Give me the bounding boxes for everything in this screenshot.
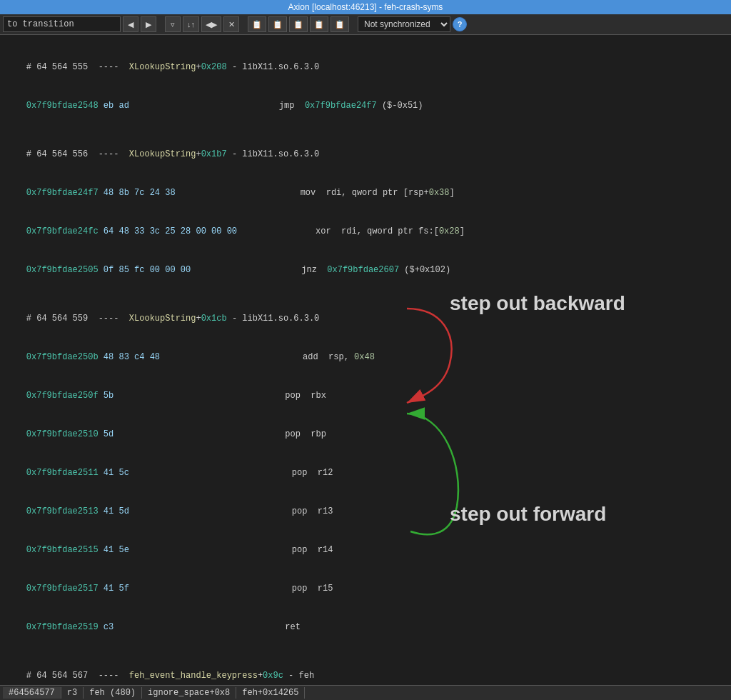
asm-line: 0x7f9bfdae2511 41 5cpop r12: [6, 454, 725, 492]
back-button[interactable]: ◀: [123, 16, 138, 32]
toolbar: ◀ ▶ ▿ ↓↑ ◀▶ ✕ 📋 📋 📋 📋 📋 Not synchronized…: [0, 14, 731, 35]
sync-select[interactable]: Not synchronized Synchronized: [358, 16, 450, 32]
address[interactable]: 0x7f9bfdae2515: [26, 545, 99, 555]
asm-line: 0x7f9bfdae2505 0f 85 fc 00 00 00jnz 0x7f…: [6, 251, 725, 289]
address[interactable]: 0x7f9bfdae24f7: [26, 188, 99, 198]
asm-line: 0x7f9bfdae2517 41 5fpop r15: [6, 569, 725, 608]
address[interactable]: 0x7f9bfdae2510: [26, 429, 99, 439]
address[interactable]: 0x7f9bfdae2505: [26, 265, 99, 275]
statusbar: #64564577 r3 feh (480) ignore_space+0x8 …: [0, 685, 731, 700]
address[interactable]: 0x7f9bfdae2513: [26, 506, 99, 516]
status-address: #64564577: [3, 687, 61, 699]
address[interactable]: 0x7f9bfdae2511: [26, 468, 99, 478]
asm-line: 0x7f9bfdae24f7 48 8b 7c 24 38mov rdi, qw…: [6, 174, 725, 212]
copy-button[interactable]: 📋: [248, 16, 266, 32]
copy5-button[interactable]: 📋: [331, 16, 349, 32]
section-header-3: # 64 564 559 ---- XLookupString+0x1cb - …: [6, 299, 725, 338]
jump-target[interactable]: 0x7f9bfdae2607: [327, 265, 399, 275]
copy2-button[interactable]: 📋: [268, 16, 287, 32]
section-header-4: # 64 564 567 ---- feh_event_handle_keypr…: [6, 656, 725, 685]
asm-line: 0x7f9bfdae2519 c3ret: [6, 608, 725, 646]
asm-line: 0x7f9bfdae2548 eb adjmp 0x7f9bfdae24f7 (…: [6, 86, 725, 125]
status-location: ignore_space+0x8: [142, 687, 236, 699]
content-area: # 64 564 555 ---- XLookupString+0x208 - …: [0, 35, 731, 685]
help-button[interactable]: ?: [453, 17, 467, 31]
clear-filter-button[interactable]: ✕: [223, 16, 239, 32]
address[interactable]: 0x7f9bfdae250b: [26, 352, 99, 362]
filter-button[interactable]: ▿: [165, 16, 181, 32]
asm-line: 0x7f9bfdae250b 48 83 c4 48add rsp, 0x48: [6, 338, 725, 376]
forward-button[interactable]: ▶: [141, 16, 156, 32]
asm-line: 0x7f9bfdae250f 5bpop rbx: [6, 376, 725, 415]
asm-line: 0x7f9bfdae2510 5dpop rbp: [6, 415, 725, 454]
address[interactable]: 0x7f9bfdae24fc: [26, 226, 99, 236]
address[interactable]: 0x7f9bfdae2519: [26, 622, 99, 632]
jump-target[interactable]: 0x7f9bfdae24f7: [305, 101, 377, 111]
status-register: r3: [61, 687, 84, 699]
address[interactable]: 0x7f9bfdae2517: [26, 584, 99, 594]
copy4-button[interactable]: 📋: [310, 16, 328, 32]
filter3-button[interactable]: ◀▶: [201, 16, 221, 32]
status-frame: feh (480): [84, 687, 142, 699]
section-header-2: # 64 564 556 ---- XLookupString+0x1b7 - …: [6, 135, 725, 174]
transition-input[interactable]: [3, 16, 121, 32]
asm-line: 0x7f9bfdae2515 41 5epop r14: [6, 531, 725, 569]
section-header-1: # 64 564 555 ---- XLookupString+0x208 - …: [6, 48, 725, 86]
title-text: Axion [localhost:46213] - feh-crash-syms: [288, 2, 443, 12]
title-bar: Axion [localhost:46213] - feh-crash-syms: [0, 0, 731, 14]
address[interactable]: 0x7f9bfdae2548: [26, 101, 99, 111]
asm-line: 0x7f9bfdae2513 41 5dpop r13: [6, 492, 725, 531]
asm-line: 0x7f9bfdae24fc 64 48 33 3c 25 28 00 00 0…: [6, 212, 725, 251]
filter2-button[interactable]: ↓↑: [183, 16, 199, 32]
address[interactable]: 0x7f9bfdae250f: [26, 391, 99, 401]
status-symbol: feh+0x14265: [236, 687, 305, 699]
copy3-button[interactable]: 📋: [289, 16, 308, 32]
